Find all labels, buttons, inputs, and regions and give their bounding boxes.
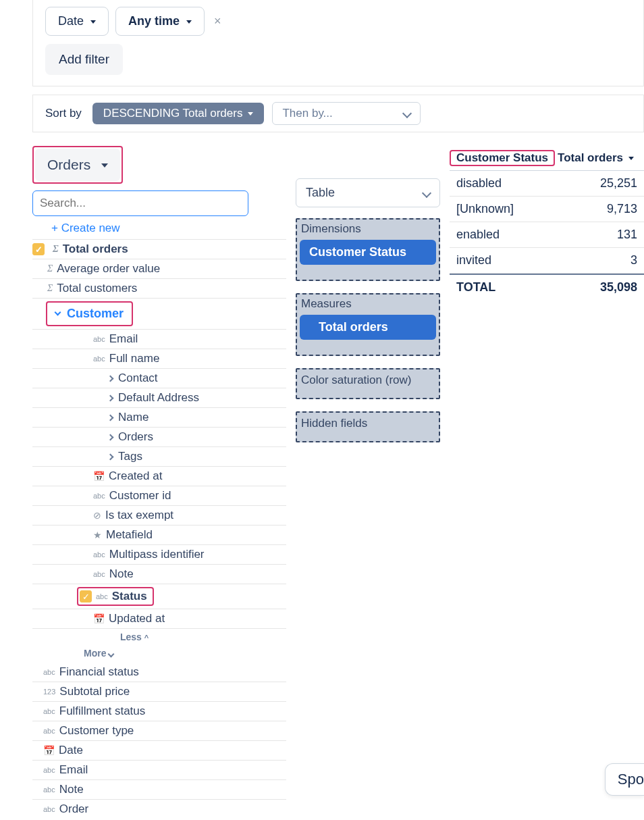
less-toggle[interactable]: Less ^ [32,629,286,645]
field-row[interactable]: 📅 Created at [32,467,286,486]
subgroup-row[interactable]: Name [32,408,286,428]
checkbox-icon[interactable]: ✓ [32,243,45,255]
text-type-icon: abc [43,707,55,715]
field-label: Total customers [57,282,137,295]
field-row[interactable]: abc Full name [32,349,286,369]
cell-value: 9,713 [607,202,637,216]
chevron-right-icon [107,453,114,460]
calendar-icon: 📅 [93,471,105,482]
field-row[interactable]: abc Order [32,800,286,819]
field-label: Is tax exempt [105,509,173,522]
table-row: disabled 25,251 [450,171,644,197]
field-row[interactable]: abc Multipass identifier [32,545,286,565]
field-row[interactable]: ✓ Σ Total orders [32,240,286,259]
field-row[interactable]: ★ Metafield [32,526,286,545]
cell-key: invited [456,253,491,267]
subgroup-label: Tags [118,450,142,463]
dropzone-title: Dimensions [298,221,437,238]
subgroup-label: Orders [118,430,153,444]
cell-key: disabled [456,176,502,190]
sort-primary-pill[interactable]: DESCENDING Total orders [92,103,265,124]
chevron-down-icon [55,309,61,316]
field-label: Status [112,590,147,603]
field-row[interactable]: abc Fulfillment status [32,702,286,721]
column-header-total[interactable]: Total orders [555,146,638,170]
dropzone-title: Measures [298,296,437,313]
hidden-dropzone[interactable]: Hidden fields [296,411,440,442]
field-row[interactable]: abc Email [32,761,286,780]
text-type-icon: abc [43,805,55,813]
filter-date-label: Date [58,14,84,28]
add-filter-button[interactable]: Add filter [45,44,123,75]
field-row[interactable]: Σ Total customers [32,279,286,299]
field-row[interactable]: abc Financial status [32,663,286,682]
checkbox-icon[interactable]: ✓ [80,590,92,603]
text-type-icon: abc [93,335,105,343]
subgroup-label: Contact [118,371,158,385]
sigma-icon: Σ [53,244,59,255]
sigma-icon: Σ [47,283,53,294]
subgroup-row[interactable]: Contact [32,369,286,388]
field-row[interactable]: 123 Subtotal price [32,682,286,702]
field-label: Updated at [109,612,165,625]
filter-date-chip[interactable]: Date [45,7,109,36]
measures-dropzone[interactable]: Measures Total orders [296,293,440,356]
results-table: Customer Status Total orders disabled 25… [450,146,644,819]
sort-then-placeholder: Then by... [282,107,332,120]
field-row[interactable]: abc Note [32,780,286,800]
field-row[interactable]: Σ Average order value [32,259,286,279]
field-row[interactable]: 📅 Updated at [32,609,286,629]
subgroup-row[interactable]: Tags [32,447,286,467]
search-input[interactable] [32,190,248,216]
remove-filter-icon[interactable]: × [211,14,224,28]
field-row[interactable]: abc Note [32,565,286,584]
caret-down-icon [245,107,253,120]
create-new-link[interactable]: + Create new [32,216,286,239]
dimensions-dropzone[interactable]: Dimensions Customer Status [296,218,440,281]
total-label: TOTAL [456,280,495,294]
caret-down-icon [88,14,96,28]
cell-value: 131 [617,228,637,242]
text-type-icon: abc [93,492,105,500]
dropzone-title: Color saturation (row) [300,374,436,387]
sidebar: Orders + Create new ✓ Σ Total orders Σ A… [32,146,286,819]
field-label: Total orders [63,242,128,256]
more-toggle[interactable]: More [32,645,286,661]
field-row[interactable]: abc Customer type [32,721,286,741]
text-type-icon: abc [96,592,108,600]
field-row[interactable]: abc Customer id [32,486,286,506]
field-label: Created at [109,469,162,483]
data-source-button[interactable]: Orders [35,149,120,181]
subgroup-row[interactable]: Default Address [32,388,286,408]
field-label: Financial status [59,665,139,679]
field-row[interactable]: 📅 Date [32,741,286,761]
text-type-icon: abc [43,727,55,735]
check-circle-icon: ⊘ [93,510,101,521]
field-label: Customer type [59,724,134,738]
dimension-pill[interactable]: Customer Status [300,240,436,265]
color-dropzone[interactable]: Color saturation (row) [296,368,440,399]
floating-button[interactable]: Spo [605,763,644,796]
chevron-right-icon [107,394,114,401]
customer-header[interactable]: Customer [47,303,132,325]
status-field[interactable]: ✓ abc Status [78,588,153,605]
sort-then-select[interactable]: Then by... [272,102,421,125]
customer-section-row[interactable]: Customer [32,299,286,330]
table-row: enabled 131 [450,222,644,248]
field-row[interactable]: abc Email [32,330,286,349]
cell-key: [Unknown] [456,202,514,216]
field-label: Subtotal price [59,685,130,698]
visualization-select[interactable]: Table [296,178,440,207]
chevron-down-icon [422,188,431,197]
subgroup-row[interactable]: Orders [32,428,286,447]
total-value: 35,098 [600,280,637,294]
field-row[interactable]: ⊘ Is tax exempt [32,506,286,526]
status-field-row[interactable]: ✓ abc Status [32,584,286,609]
sigma-icon: Σ [47,263,53,274]
filter-anytime-chip[interactable]: Any time [115,7,205,36]
table-row: invited 3 [450,248,644,274]
column-header-status[interactable]: Customer Status [451,147,554,168]
table-row: [Unknown] 9,713 [450,197,644,222]
measure-pill[interactable]: Total orders [300,315,436,340]
text-type-icon: abc [93,550,105,559]
